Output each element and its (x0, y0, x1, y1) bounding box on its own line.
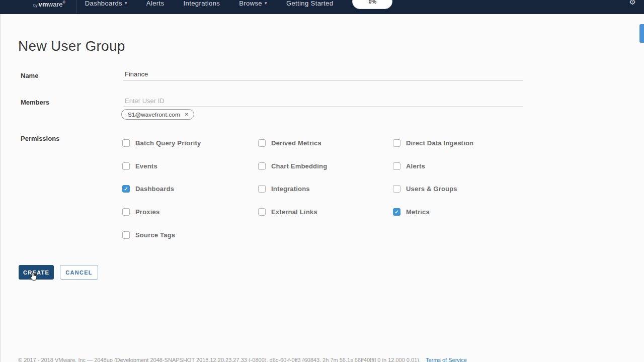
checkbox-icon[interactable]: ✓ (258, 162, 266, 170)
getting-started-progress-badge[interactable]: 0% (352, 0, 392, 9)
permission-label: Proxies (135, 208, 159, 216)
permission-label: Dashboards (135, 185, 174, 193)
permission-alerts[interactable]: ✓ Alerts (393, 162, 529, 186)
permission-label: Derived Metrics (271, 139, 321, 147)
checkbox-icon[interactable]: ✓ (258, 185, 266, 193)
permission-batch-query-priority[interactable]: ✓ Batch Query Priority (122, 139, 258, 162)
permission-label: Source Tags (135, 231, 175, 239)
name-field-label: Name (21, 72, 38, 79)
permission-external-links[interactable]: ✓ External Links (258, 208, 393, 231)
app-window: byvmware® Dashboards▾ Alerts Integration… (0, 0, 644, 362)
remove-member-icon[interactable]: ✕ (185, 112, 189, 117)
logo-ware-text: ware (48, 1, 63, 8)
create-button[interactable]: CREATE (19, 265, 54, 280)
checkbox-icon[interactable]: ✓ (122, 231, 130, 239)
vmware-logo[interactable]: byvmware® (33, 0, 65, 9)
checkbox-icon[interactable]: ✓ (258, 139, 266, 147)
nav-item-alerts[interactable]: Alerts (146, 0, 165, 7)
chevron-down-icon: ▾ (265, 1, 267, 6)
terms-of-service-link[interactable]: Terms of Service (426, 357, 467, 362)
checkbox-icon[interactable]: ✓ (393, 208, 400, 216)
group-name-input[interactable] (123, 69, 523, 80)
chevron-down-icon: ▾ (125, 1, 127, 6)
page-title: New User Group (18, 38, 125, 54)
permission-label: External Links (271, 208, 317, 216)
permission-source-tags[interactable]: ✓ Source Tags (122, 231, 258, 254)
permission-label: Metrics (406, 208, 430, 216)
permissions-field-label: Permissions (21, 135, 59, 142)
copyright-text: © 2017 - 2018 VMware, Inc — 2048up (Deve… (18, 357, 421, 362)
checkbox-icon[interactable]: ✓ (122, 139, 130, 147)
permissions-grid: ✓ Batch Query Priority ✓ Derived Metrics… (122, 139, 529, 254)
nav-separator (76, 0, 77, 13)
logo-vm-text: vm (38, 1, 48, 8)
permission-label: Integrations (271, 185, 310, 193)
permission-chart-embedding[interactable]: ✓ Chart Embedding (258, 162, 393, 186)
nav-item-integrations[interactable]: Integrations (183, 0, 220, 7)
permission-events[interactable]: ✓ Events (122, 162, 258, 186)
footer: © 2017 - 2018 VMware, Inc — 2048up (Deve… (18, 357, 602, 362)
logo-registered-mark: ® (63, 1, 65, 4)
nav-item-label: Getting Started (286, 0, 333, 7)
nav-item-getting-started[interactable]: Getting Started (286, 0, 333, 7)
permission-label: Batch Query Priority (135, 139, 201, 147)
nav-item-label: Integrations (183, 0, 220, 7)
checkbox-icon[interactable]: ✓ (393, 185, 400, 193)
permission-label: Users & Groups (406, 185, 457, 193)
permission-proxies[interactable]: ✓ Proxies (122, 208, 258, 231)
permission-dashboards[interactable]: ✓ Dashboards (122, 185, 258, 208)
nav-menu: Dashboards▾ Alerts Integrations Browse▾ … (85, 0, 353, 7)
gear-icon[interactable]: ⚙ (629, 0, 636, 7)
checkbox-icon[interactable]: ✓ (258, 208, 266, 216)
top-navbar: byvmware® Dashboards▾ Alerts Integration… (0, 0, 644, 14)
member-chip-list: S1@wavefront.com ✕ (121, 109, 194, 120)
member-chip-label: S1@wavefront.com (128, 112, 180, 118)
nav-item-label: Dashboards (85, 0, 122, 7)
permission-label: Direct Data Ingestion (406, 139, 473, 147)
permission-label: Alerts (406, 162, 425, 170)
member-chip: S1@wavefront.com ✕ (121, 109, 194, 120)
permission-users-groups[interactable]: ✓ Users & Groups (393, 185, 529, 208)
checkbox-icon[interactable]: ✓ (393, 139, 400, 147)
permission-label: Events (135, 162, 157, 170)
permission-derived-metrics[interactable]: ✓ Derived Metrics (258, 139, 393, 162)
feedback-side-tab[interactable] (639, 24, 644, 43)
permission-metrics[interactable]: ✓ Metrics (393, 208, 529, 231)
checkbox-icon[interactable]: ✓ (393, 162, 400, 170)
logo-by-text: by (33, 3, 37, 8)
member-id-input[interactable] (123, 96, 523, 107)
permission-label: Chart Embedding (271, 162, 327, 170)
checkbox-icon[interactable]: ✓ (122, 185, 130, 193)
nav-item-browse[interactable]: Browse▾ (239, 0, 267, 7)
permission-direct-data-ingestion[interactable]: ✓ Direct Data Ingestion (393, 139, 529, 162)
members-field-label: Members (21, 99, 49, 106)
content-left-border (1, 14, 1, 362)
checkbox-icon[interactable]: ✓ (122, 208, 130, 216)
checkbox-icon[interactable]: ✓ (122, 162, 130, 170)
permission-integrations[interactable]: ✓ Integrations (258, 185, 393, 208)
nav-item-dashboards[interactable]: Dashboards▾ (85, 0, 127, 7)
cancel-button[interactable]: CANCEL (60, 265, 98, 280)
nav-item-label: Browse (239, 0, 262, 7)
nav-item-label: Alerts (146, 0, 165, 7)
